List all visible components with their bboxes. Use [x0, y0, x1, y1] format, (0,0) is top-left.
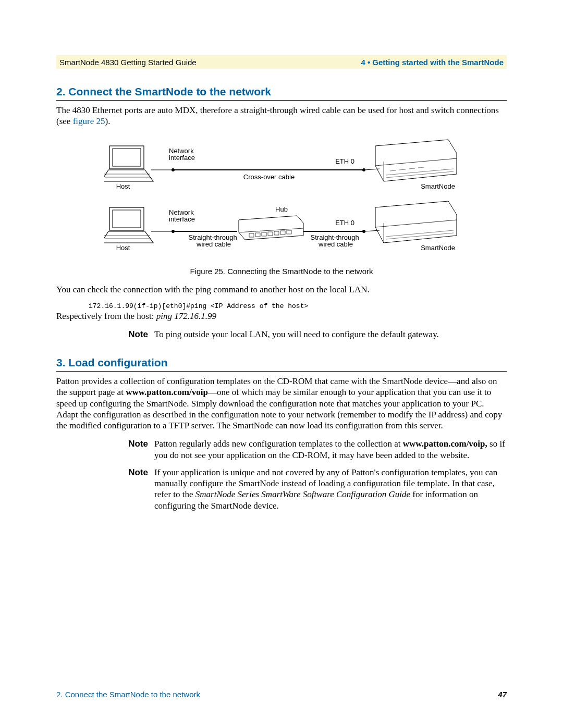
note-label: Note	[119, 438, 154, 461]
url-text: www.patton.com/voip,	[403, 439, 487, 449]
note-section2: Note To ping outside your local LAN, you…	[119, 329, 507, 340]
section2-rule	[56, 100, 507, 101]
footer-left: 2. Connect the SmartNode to the network	[56, 690, 200, 699]
para-text: The 4830 Ethernet ports are auto MDX, th…	[56, 105, 499, 126]
figure-caption: Figure 25. Connecting the SmartNode to t…	[56, 267, 507, 276]
figure-25: Host Network interface Cross-over cable …	[56, 137, 507, 264]
section3-rule	[56, 371, 507, 372]
hub-label: Hub	[275, 205, 288, 213]
laptop-bottom-icon	[104, 207, 153, 243]
ni-label-top: Network interface	[169, 147, 195, 162]
footer: 2. Connect the SmartNode to the network …	[56, 690, 507, 699]
header-bar: SmartNode 4830 Getting Started Guide 4 •…	[56, 55, 507, 69]
network-diagram: Host Network interface Cross-over cable …	[104, 137, 459, 262]
figure-link[interactable]: figure 25	[73, 116, 105, 126]
ni-label-bottom: Network interface	[169, 208, 195, 223]
code-ping: 172.16.1.99(if-ip)[eth0]#ping <IP Addres…	[89, 302, 507, 310]
page: SmartNode 4830 Getting Started Guide 4 •…	[0, 0, 563, 728]
svg-marker-7	[375, 140, 457, 181]
note-text: To ping outside your local LAN, you will…	[154, 329, 507, 340]
section2-heading: 2. Connect the SmartNode to the network	[56, 85, 507, 98]
svg-rect-18	[113, 210, 141, 228]
eth0-label-top: ETH 0	[335, 157, 354, 165]
header-right: 4 • Getting started with the SmartNode	[361, 58, 504, 67]
host-label-top: Host	[116, 182, 130, 190]
cable-right-label: Straight-through wired cable	[311, 233, 361, 248]
note-text: If your application is unique and not co…	[154, 467, 507, 511]
svg-marker-25	[239, 216, 303, 240]
section3-para1: Patton provides a collection of configur…	[56, 376, 507, 431]
text: Respectively from the host:	[56, 311, 156, 321]
section3-heading: 3. Load configuration	[56, 356, 507, 369]
smartnode-top-icon	[375, 140, 457, 181]
header-left: SmartNode 4830 Getting Started Guide	[59, 58, 197, 67]
page-number: 47	[498, 690, 507, 699]
svg-marker-36	[375, 201, 457, 243]
note-label: Note	[119, 467, 154, 511]
section2-para2: You can check the connection with the pi…	[56, 284, 507, 295]
note-section3-1: Note Patton regularly adds new configura…	[119, 438, 507, 461]
section2-para1: The 4830 Ethernet ports are auto MDX, th…	[56, 105, 507, 127]
svg-point-23	[172, 230, 175, 233]
note-label: Note	[119, 329, 154, 340]
note-section3-2: Note If your application is unique and n…	[119, 467, 507, 511]
laptop-top-icon	[104, 146, 153, 181]
url-text: www.patton.com/voip	[126, 387, 208, 397]
cable-left-label: Straight-through wired cable	[189, 233, 239, 248]
connector-dot	[172, 168, 175, 171]
resp-line: Respectively from the host: ping 172.16.…	[56, 311, 507, 322]
crossover-label: Cross-over cable	[243, 173, 295, 181]
note-text: Patton regularly adds new configuration …	[154, 438, 507, 461]
para-text: ).	[105, 116, 110, 126]
svg-rect-1	[113, 149, 141, 166]
svg-marker-2	[104, 170, 153, 181]
hub-icon	[239, 216, 303, 240]
text: Patton regularly adds new configuration …	[154, 439, 403, 449]
svg-marker-19	[104, 231, 153, 243]
smartnode-bottom-icon	[375, 201, 457, 243]
host-label-bottom: Host	[116, 244, 130, 252]
eth0-label-bottom: ETH 0	[335, 219, 354, 227]
italic-title: SmartNode Series SmartWare Software Conf…	[195, 489, 410, 499]
smartnode-label-bottom: SmartNode	[421, 244, 455, 252]
smartnode-label-top: SmartNode	[421, 182, 455, 190]
ping-cmd: ping 172.16.1.99	[156, 311, 216, 321]
